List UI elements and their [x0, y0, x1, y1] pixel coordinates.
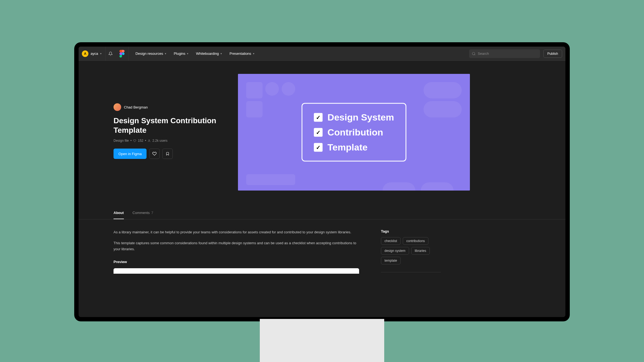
- tag-contributions[interactable]: contributions: [403, 237, 428, 245]
- tab-comments[interactable]: Comments 7: [133, 207, 153, 219]
- cover-text: Design System: [327, 112, 394, 123]
- publish-button[interactable]: Publish: [543, 50, 562, 58]
- nav-plugins[interactable]: Plugins ▾: [174, 52, 189, 56]
- tab-about[interactable]: About: [114, 207, 124, 219]
- preview-heading: Preview: [114, 260, 359, 264]
- preview-embed[interactable]: [114, 268, 359, 274]
- profile-menu[interactable]: A ayca ▾: [82, 47, 106, 61]
- nav-whiteboarding[interactable]: Whiteboarding ▾: [196, 52, 222, 56]
- search-input[interactable]: [478, 52, 537, 56]
- author-name: Chad Bergman: [124, 105, 148, 109]
- top-navigation: A ayca ▾ Design resources ▾: [79, 47, 565, 61]
- separator: •: [145, 139, 146, 143]
- tab-label: Comments: [133, 211, 150, 215]
- author-row[interactable]: Chad Bergman: [114, 103, 223, 111]
- notifications-button[interactable]: [106, 49, 115, 59]
- like-button[interactable]: [149, 149, 160, 159]
- chevron-down-icon: ▾: [220, 52, 222, 55]
- nav-presentations[interactable]: Presentations ▾: [229, 52, 254, 56]
- monitor-stand: [260, 319, 384, 362]
- monitor-frame: A ayca ▾ Design resources ▾: [74, 42, 570, 321]
- sidebar-divider: [381, 272, 441, 272]
- bookmark-icon: [166, 152, 169, 156]
- page-title: Design System Contribution Template: [114, 116, 223, 135]
- username-label: ayca: [91, 52, 98, 56]
- cover-text: Template: [327, 142, 368, 153]
- tag-libraries[interactable]: libraries: [411, 247, 430, 255]
- cover-image[interactable]: ✓ Design System ✓ Contribution ✓ Templat…: [238, 74, 470, 191]
- chevron-down-icon: ▾: [165, 52, 166, 55]
- tag-template[interactable]: template: [381, 257, 401, 264]
- cover-line-2: ✓ Contribution: [314, 127, 394, 138]
- heart-icon: [133, 139, 136, 142]
- hero-section: Chad Bergman Design System Contribution …: [79, 61, 565, 191]
- cover-line-1: ✓ Design System: [314, 112, 394, 123]
- open-in-figma-button[interactable]: Open in Figma: [114, 149, 147, 159]
- checkmark-icon: ✓: [314, 128, 323, 137]
- figma-logo-icon: [119, 50, 125, 58]
- nav-links: Design resources ▾ Plugins ▾ Whiteboardi…: [129, 52, 254, 56]
- users-icon: [148, 139, 151, 142]
- content-main: As a library maintainer, it can be helpf…: [114, 229, 359, 274]
- heart-icon: [152, 152, 157, 156]
- tabs-bar: About Comments 7: [79, 207, 565, 219]
- description-paragraph: This template captures some common consi…: [114, 240, 359, 252]
- hero-info: Chad Bergman Design System Contribution …: [114, 74, 223, 191]
- bell-icon: [108, 52, 113, 56]
- separator: •: [130, 139, 132, 143]
- nav-link-label: Presentations: [229, 52, 251, 56]
- content-area: As a library maintainer, it can be helpf…: [79, 219, 565, 283]
- svg-point-2: [149, 140, 150, 141]
- tag-design-system[interactable]: design system: [381, 247, 409, 255]
- svg-line-1: [474, 54, 475, 55]
- logo-section[interactable]: [115, 47, 129, 61]
- cover-card: ✓ Design System ✓ Contribution ✓ Templat…: [302, 103, 406, 162]
- file-type-label: Design file: [114, 139, 129, 143]
- user-avatar: A: [82, 50, 88, 57]
- chevron-down-icon: ▾: [187, 52, 188, 55]
- tab-label: About: [114, 211, 124, 215]
- tags-list: checklist contributions design system li…: [381, 237, 441, 264]
- search-icon: [472, 52, 476, 56]
- nav-design-resources[interactable]: Design resources ▾: [135, 52, 166, 56]
- users-count: 2.2k users: [152, 139, 167, 143]
- hero-cover: ✓ Design System ✓ Contribution ✓ Templat…: [238, 74, 530, 191]
- app-screen: A ayca ▾ Design resources ▾: [79, 47, 565, 317]
- nav-link-label: Plugins: [174, 52, 186, 56]
- meta-row: Design file • 152 • 2.2k users: [114, 139, 223, 143]
- cover-text: Contribution: [327, 127, 383, 138]
- chevron-down-icon: ▾: [100, 52, 102, 55]
- comments-count: 7: [151, 211, 153, 215]
- search-box[interactable]: [469, 49, 540, 58]
- tags-heading: Tags: [381, 229, 441, 233]
- sidebar: Tags checklist contributions design syst…: [381, 229, 441, 274]
- tag-checklist[interactable]: checklist: [381, 237, 401, 245]
- chevron-down-icon: ▾: [253, 52, 254, 55]
- bookmark-button[interactable]: [162, 149, 173, 159]
- checkmark-icon: ✓: [314, 113, 323, 122]
- svg-point-0: [472, 52, 475, 55]
- likes-count: 152: [138, 139, 143, 143]
- description-paragraph: As a library maintainer, it can be helpf…: [114, 229, 359, 235]
- nav-link-label: Whiteboarding: [196, 52, 219, 56]
- author-avatar: [114, 103, 121, 111]
- checkmark-icon: ✓: [314, 143, 323, 152]
- nav-link-label: Design resources: [135, 52, 163, 56]
- cover-line-3: ✓ Template: [314, 142, 394, 153]
- action-row: Open in Figma: [114, 149, 223, 159]
